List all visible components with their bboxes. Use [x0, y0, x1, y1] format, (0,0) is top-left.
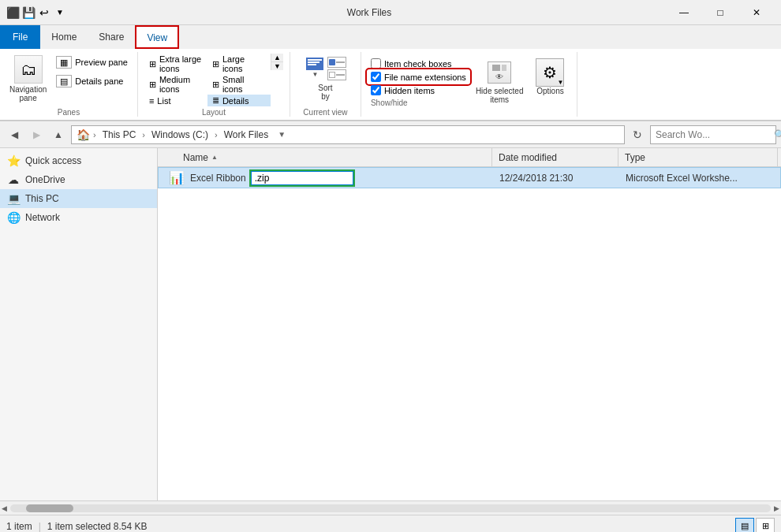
selected-info: 1 item selected 8.54 KB [47, 521, 148, 532]
hidden-items-label: Hidden items [384, 86, 435, 95]
ribbon-content: 🗂 Navigationpane ▦ Preview pane ▤ Detail… [0, 49, 781, 121]
layout-medium[interactable]: ⊞ Medium icons [144, 74, 207, 95]
file-name-edit-input[interactable] [251, 171, 353, 185]
quick-access-icon: ⭐ [6, 154, 21, 167]
hidden-items-checkbox[interactable] [371, 85, 381, 95]
show-hide-group-label: Show/hide [368, 99, 469, 107]
file-date: 12/24/2018 21:30 [499, 173, 573, 184]
maximize-button[interactable]: □ [702, 0, 738, 25]
extra-large-icon: ⊞ [149, 59, 156, 69]
options-button[interactable]: ⚙ ▼ Options [529, 57, 570, 97]
layout-details[interactable]: ≣ Details [207, 95, 271, 106]
forward-button[interactable]: ▶ [27, 125, 46, 144]
nav-pane-icon: 🗂 [14, 55, 43, 84]
panes-items: 🗂 Navigationpane ▦ Preview pane ▤ Detail… [6, 54, 131, 106]
item-check-boxes-row[interactable]: Item check boxes [368, 57, 469, 70]
path-home-icon: 🏠 [77, 128, 90, 141]
hide-selected-icon: 👁 [485, 58, 514, 87]
sort-secondary-icons [327, 54, 346, 82]
address-dropdown-arrow[interactable]: ▼ [278, 130, 286, 139]
quick-access-icon: ⬛ [6, 6, 19, 19]
path-windows-c[interactable]: Windows (C:) [148, 128, 211, 141]
up-button[interactable]: ▲ [49, 125, 68, 144]
file-name-text: Excel Ribbon [190, 173, 246, 184]
window-title: Work Files [73, 7, 666, 18]
layout-row-2: ⊞ Medium icons ⊞ Small icons [144, 74, 271, 95]
this-pc-label: This PC [25, 193, 59, 204]
file-list-empty[interactable] [158, 188, 781, 500]
layout-scroll-down[interactable]: ▼ [271, 62, 283, 70]
back-button[interactable]: ◀ [5, 125, 24, 144]
this-pc-icon: 💻 [6, 192, 21, 205]
sidebar-item-network[interactable]: 🌐 Network [0, 208, 157, 227]
preview-pane-button[interactable]: ▦ Preview pane [53, 54, 131, 71]
file-icon: 📊 [168, 170, 185, 185]
details-label: Details [222, 96, 249, 106]
address-bar: ◀ ▶ ▲ 🏠 › This PC › Windows (C:) › Work … [0, 121, 781, 148]
ribbon-group-current-view: ▼ Sortby [290, 52, 361, 117]
scrollbar-track[interactable] [10, 504, 771, 512]
medium-label: Medium icons [159, 75, 203, 94]
layout-small[interactable]: ⊞ Small icons [207, 74, 271, 95]
column-header-date[interactable]: Date modified [492, 148, 618, 166]
layout-scroll-up[interactable]: ▲ [271, 54, 283, 62]
path-work-files[interactable]: Work Files [221, 128, 271, 141]
ribbon-tabs: File Home Share View [0, 25, 781, 49]
onedrive-label: OneDrive [25, 174, 65, 185]
onedrive-icon: ☁ [6, 173, 21, 186]
layout-scrollbar: ▲ ▼ [271, 54, 283, 70]
tab-share[interactable]: Share [88, 25, 135, 49]
preview-pane-label: Preview pane [75, 58, 128, 67]
details-view-button[interactable]: ▤ [735, 518, 754, 533]
sidebar-item-this-pc[interactable]: 💻 This PC [0, 189, 157, 208]
file-date-cell: 12/24/2018 21:30 [493, 173, 619, 184]
layout-list[interactable]: ≡ List [144, 95, 207, 106]
file-row[interactable]: 📊 Excel Ribbon 12/24/2018 21:30 Microsof… [158, 167, 781, 188]
file-name-extensions-label: File name extensions [384, 73, 466, 82]
sort-icon-1[interactable] [327, 57, 346, 68]
file-name-extensions-row[interactable]: File name extensions [368, 70, 469, 84]
search-input[interactable] [656, 129, 774, 140]
small-label: Small icons [222, 75, 266, 94]
layout-items-container: ⊞ Extra large icons ⊞ Large icons ⊞ Medi… [144, 54, 283, 106]
layout-extra-large[interactable]: ⊞ Extra large icons [144, 54, 207, 74]
file-name-extensions-checkbox[interactable] [371, 72, 381, 82]
sidebar-item-quick-access[interactable]: ⭐ Quick access [0, 151, 157, 170]
status-bar: 1 item | 1 item selected 8.54 KB ▤ ⊞ [0, 515, 781, 532]
sort-by-icon-main: ▼ [304, 54, 326, 82]
sidebar-item-onedrive[interactable]: ☁ OneDrive [0, 170, 157, 189]
large-icons-view-button[interactable]: ⊞ [756, 518, 775, 533]
ribbon-group-show-hide: Item check boxes File name extensions Hi… [361, 52, 578, 117]
sidebar: ⭐ Quick access ☁ OneDrive 💻 This PC 🌐 Ne… [0, 148, 158, 500]
layout-large[interactable]: ⊞ Large icons [207, 54, 271, 74]
tab-view[interactable]: View [135, 25, 179, 49]
sort-by-label: Sortby [318, 84, 332, 101]
hide-selected-button[interactable]: 👁 Hide selected items [469, 57, 530, 106]
list-label: List [157, 96, 170, 106]
quick-access-label: Quick access [25, 155, 81, 166]
scroll-left-arrow[interactable]: ◀ [2, 504, 7, 512]
address-input[interactable]: 🏠 › This PC › Windows (C:) › Work Files … [71, 125, 625, 144]
navigation-pane-button[interactable]: 🗂 Navigationpane [6, 54, 50, 104]
column-header-name[interactable]: Name ▲ [177, 148, 492, 166]
details-pane-button[interactable]: ▤ Details pane [53, 73, 131, 90]
item-check-boxes-checkbox[interactable] [371, 58, 381, 69]
file-type-cell: Microsoft Excel Workshe... [619, 173, 777, 184]
sort-by-container: ▼ Sortby [304, 54, 346, 101]
sort-icon-2[interactable] [327, 69, 346, 80]
tab-home[interactable]: Home [40, 25, 88, 49]
scroll-right-arrow[interactable]: ▶ [774, 504, 779, 512]
window-controls: — □ ✕ [666, 0, 775, 25]
details-pane-icon: ▤ [56, 75, 72, 87]
scrollbar-thumb[interactable] [26, 504, 73, 512]
refresh-button[interactable]: ↻ [628, 125, 647, 144]
item-check-boxes-label: Item check boxes [384, 59, 452, 69]
hidden-items-row[interactable]: Hidden items [368, 84, 469, 97]
column-header-type[interactable]: Type [618, 148, 778, 166]
minimize-button[interactable]: — [666, 0, 702, 25]
close-button[interactable]: ✕ [738, 0, 775, 25]
details-pane-label: Details pane [75, 76, 123, 86]
view-toggle: ▤ ⊞ [735, 518, 775, 533]
path-this-pc[interactable]: This PC [99, 128, 140, 141]
tab-file[interactable]: File [0, 25, 40, 49]
